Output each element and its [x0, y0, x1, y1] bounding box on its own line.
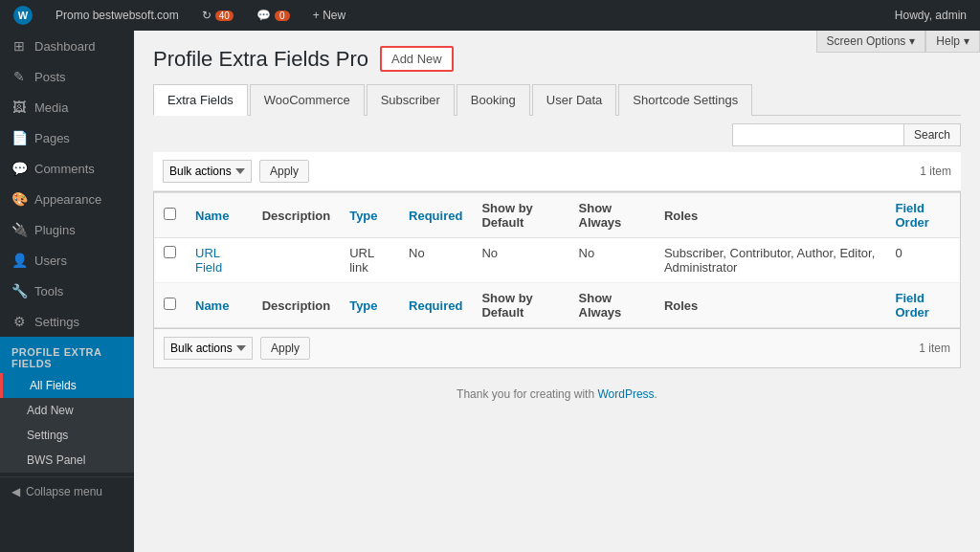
header-roles: Roles: [655, 193, 886, 238]
collapse-menu[interactable]: ◀ Collapse menu: [0, 476, 134, 506]
sidebar-item-settings[interactable]: ⚙ Settings: [0, 306, 134, 337]
row-show-by-default-cell: No: [472, 238, 568, 283]
tab-booking[interactable]: Booking: [457, 84, 530, 116]
tools-icon: 🔧: [11, 283, 27, 298]
collapse-icon: ◀: [11, 485, 20, 498]
sidebar-submenu-all-fields[interactable]: All Fields: [0, 373, 134, 398]
media-icon: 🖼: [11, 99, 27, 115]
comments-icon: 💬: [11, 161, 27, 176]
footer-header-name[interactable]: Name: [186, 283, 253, 328]
plugin-submenu: All Fields Add New Settings BWS Panel: [0, 373, 134, 473]
tab-subscriber[interactable]: Subscriber: [367, 84, 455, 116]
search-button[interactable]: Search: [904, 123, 961, 146]
pages-icon: 📄: [11, 130, 27, 145]
sidebar-item-posts[interactable]: ✎ Posts: [0, 61, 134, 92]
footer-select-all-checkbox[interactable]: [164, 298, 176, 310]
header-show-by-default: Show by Default: [472, 193, 568, 238]
sidebar-item-users[interactable]: 👤 Users: [0, 245, 134, 276]
row-checkbox[interactable]: [164, 246, 176, 258]
sidebar: ⊞ Dashboard ✎ Posts 🖼 Media 📄 Pages 💬 Co…: [0, 31, 134, 552]
row-description-cell: [253, 238, 341, 283]
search-input[interactable]: [732, 123, 904, 146]
help-button[interactable]: Help ▾: [925, 31, 980, 53]
tab-extra-fields[interactable]: Extra Fields: [153, 84, 248, 116]
footer-header-required[interactable]: Required: [399, 283, 472, 328]
comments-link[interactable]: 💬 0: [251, 0, 296, 31]
header-checkbox-col: [154, 193, 186, 238]
tab-shortcode-settings[interactable]: Shortcode Settings: [618, 84, 752, 116]
row-field-order-cell: 0: [886, 238, 961, 283]
row-required-cell: No: [399, 238, 472, 283]
search-area: Search: [153, 123, 961, 146]
bottom-item-count: 1 item: [919, 342, 950, 355]
footer: Thank you for creating with WordPress.: [153, 387, 961, 401]
wp-logo-icon: W: [13, 6, 33, 25]
sidebar-item-tools[interactable]: 🔧 Tools: [0, 276, 134, 306]
row-type-cell: URL link: [340, 238, 399, 283]
header-type[interactable]: Type: [340, 193, 399, 238]
refresh-icon: ↻: [202, 9, 212, 22]
bottom-bulk-actions-select[interactable]: Bulk actions: [164, 337, 253, 360]
plugins-icon: 🔌: [11, 222, 27, 237]
screen-options-button[interactable]: Screen Options ▾: [816, 31, 926, 53]
footer-header-description: Description: [253, 283, 341, 328]
sidebar-submenu-bws-panel[interactable]: BWS Panel: [0, 448, 134, 473]
header-name[interactable]: Name: [186, 193, 253, 238]
fields-table: Name Description Type Required Show by D: [154, 192, 960, 328]
bottom-apply-button[interactable]: Apply: [260, 337, 310, 360]
top-apply-button[interactable]: Apply: [259, 160, 309, 183]
sidebar-submenu-settings[interactable]: Settings: [0, 423, 134, 448]
sidebar-item-pages[interactable]: 📄 Pages: [0, 122, 134, 153]
chevron-down-icon: ▾: [909, 34, 915, 48]
tab-user-data[interactable]: User Data: [532, 84, 617, 116]
sidebar-item-dashboard[interactable]: ⊞ Dashboard: [0, 31, 134, 61]
top-bulk-bar: Bulk actions Apply 1 item: [153, 152, 961, 191]
page-title: Profile Extra Fields Pro: [153, 47, 368, 72]
comment-icon: 💬: [256, 9, 271, 22]
data-table-area: Name Description Type Required Show by D: [153, 191, 961, 329]
howdy-user[interactable]: Howdy, admin: [889, 0, 972, 31]
main-content: Profile Extra Fields Pro Add New Extra F…: [134, 31, 980, 552]
sidebar-item-comments[interactable]: 💬 Comments: [0, 153, 134, 184]
field-name-link[interactable]: URL Field: [195, 246, 222, 275]
header-field-order[interactable]: Field Order: [886, 193, 961, 238]
table-row: URL Field URL link No No No Subscriber, …: [154, 238, 960, 283]
tab-woocommerce[interactable]: WooCommerce: [250, 84, 365, 116]
footer-header-type[interactable]: Type: [340, 283, 399, 328]
add-new-button[interactable]: Add New: [380, 46, 454, 72]
updates[interactable]: ↻ 40: [196, 0, 239, 31]
search-box: Search: [732, 123, 961, 146]
header-required[interactable]: Required: [399, 193, 472, 238]
screen-help-bar: Screen Options ▾ Help ▾: [816, 31, 980, 53]
table-footer-row: Name Description Type Required Show by D: [154, 283, 960, 328]
row-checkbox-cell: [154, 238, 186, 283]
table-header-row: Name Description Type Required Show by D: [154, 193, 960, 238]
appearance-icon: 🎨: [11, 191, 27, 207]
footer-header-roles: Roles: [655, 283, 886, 328]
footer-header-show-always: Show Always: [569, 283, 655, 328]
site-name[interactable]: Promo bestwebsoft.com: [50, 0, 185, 31]
footer-header-field-order[interactable]: Field Order: [886, 283, 961, 328]
users-icon: 👤: [11, 253, 27, 268]
new-content[interactable]: + New: [307, 0, 351, 31]
bottom-bulk-bar: Bulk actions Apply 1 item: [153, 329, 961, 368]
sidebar-item-media[interactable]: 🖼 Media: [0, 92, 134, 122]
settings-icon: ⚙: [11, 314, 27, 329]
sidebar-item-appearance[interactable]: 🎨 Appearance: [0, 184, 134, 214]
chevron-down-icon: ▾: [964, 34, 969, 48]
top-bulk-actions-select[interactable]: Bulk actions: [163, 160, 252, 183]
footer-header-show-by-default: Show by Default: [472, 283, 568, 328]
posts-icon: ✎: [11, 69, 27, 84]
sidebar-item-plugins[interactable]: 🔌 Plugins: [0, 214, 134, 245]
select-all-checkbox[interactable]: [164, 208, 176, 220]
admin-bar: W Promo bestwebsoft.com ↻ 40 💬 0 + New H…: [0, 0, 980, 31]
row-roles-cell: Subscriber, Contributor, Author, Editor,…: [655, 238, 886, 283]
wp-logo[interactable]: W: [8, 0, 38, 31]
dashboard-icon: ⊞: [11, 38, 27, 54]
sidebar-submenu-add-new[interactable]: Add New: [0, 398, 134, 423]
row-name-cell: URL Field: [186, 238, 253, 283]
wordpress-link[interactable]: WordPress: [597, 387, 654, 401]
tabs-bar: Extra Fields WooCommerce Subscriber Book…: [153, 83, 961, 116]
header-show-always: Show Always: [569, 193, 655, 238]
footer-checkbox-col: [154, 283, 186, 328]
